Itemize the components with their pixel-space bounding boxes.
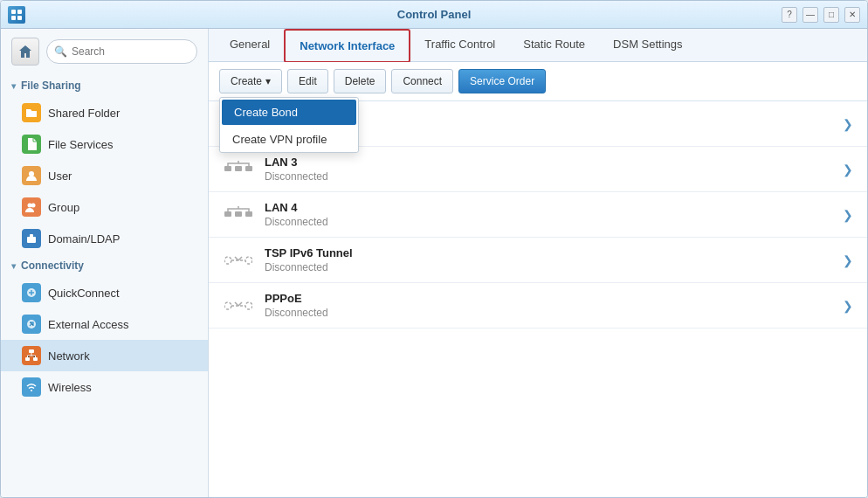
window-title: Control Panel <box>397 8 472 21</box>
svg-point-26 <box>224 302 231 309</box>
svg-point-24 <box>224 257 231 264</box>
svg-rect-18 <box>224 166 231 171</box>
search-input[interactable] <box>46 39 197 64</box>
svg-point-6 <box>31 204 36 208</box>
network-item-pppoe[interactable]: PPPoE Disconnected ❯ <box>209 283 867 329</box>
sidebar-header: 🔍 <box>1 29 208 74</box>
quickconnect-icon <box>22 283 41 302</box>
sidebar-item-quickconnect[interactable]: QuickConnect <box>1 277 208 308</box>
search-wrapper: 🔍 <box>46 39 197 64</box>
pppoe-status: Disconnected <box>265 307 843 319</box>
tab-traffic-control[interactable]: Traffic Control <box>410 29 509 61</box>
network-list: LAN 2 Connected ❯ <box>209 101 867 497</box>
sidebar-section-connectivity[interactable]: ▾ Connectivity <box>1 254 208 277</box>
main-window: Control Panel ? — □ ✕ 🔍 <box>0 0 868 498</box>
network-icon <box>22 346 41 365</box>
edit-button[interactable]: Edit <box>287 69 328 93</box>
file-services-icon <box>22 135 41 154</box>
sidebar-item-user[interactable]: User <box>1 160 208 191</box>
svg-rect-22 <box>235 211 242 217</box>
lan4-icon <box>223 199 254 231</box>
sidebar-item-network[interactable]: Network <box>1 340 208 371</box>
lan3-expand-icon[interactable]: ❯ <box>843 163 853 176</box>
svg-rect-23 <box>245 211 252 217</box>
lan3-name: LAN 3 <box>265 156 843 169</box>
create-vpn-item[interactable]: Create VPN profile <box>220 127 358 152</box>
pppoe-name: PPPoE <box>265 292 843 305</box>
chevron-down-icon-2: ▾ <box>11 261 16 271</box>
svg-point-14 <box>31 390 32 391</box>
lan3-status: Disconnected <box>265 170 843 183</box>
tab-general[interactable]: General <box>216 29 284 61</box>
sidebar-item-group[interactable]: Group <box>1 191 208 223</box>
create-bond-item[interactable]: Create Bond <box>222 100 356 125</box>
network-item-lan4[interactable]: LAN 4 Disconnected ❯ <box>209 192 867 238</box>
help-button[interactable]: ? <box>782 7 797 23</box>
sidebar-section-file-sharing[interactable]: ▾ File Sharing <box>1 74 208 97</box>
network-item-lan3[interactable]: LAN 3 Disconnected ❯ <box>209 147 867 192</box>
pppoe-icon <box>223 290 254 322</box>
tsp-ipv6-status: Disconnected <box>265 261 843 273</box>
titlebar: Control Panel ? — □ ✕ <box>1 1 867 29</box>
network-item-tsp-ipv6[interactable]: TSP IPv6 Tunnel Disconnected ❯ <box>209 238 867 283</box>
wireless-icon <box>22 377 41 397</box>
external-access-icon <box>22 315 41 334</box>
lan3-icon <box>223 154 254 185</box>
right-panel: General Network Interface Traffic Contro… <box>209 29 867 497</box>
group-icon <box>22 197 41 217</box>
pppoe-info: PPPoE Disconnected <box>265 292 843 319</box>
svg-rect-12 <box>25 357 30 361</box>
sidebar-item-domain-ldap[interactable]: Domain/LDAP <box>1 223 208 254</box>
tsp-ipv6-info: TSP IPv6 Tunnel Disconnected <box>265 246 843 273</box>
sidebar-item-shared-folder[interactable]: Shared Folder <box>1 97 208 128</box>
user-icon <box>22 166 41 185</box>
sidebar-item-external-access[interactable]: External Access <box>1 308 208 340</box>
create-dropdown-menu: Create Bond Create VPN profile <box>219 97 359 153</box>
toolbar: Create ▾ Create Bond Create VPN profile … <box>209 62 867 101</box>
svg-rect-19 <box>235 166 242 171</box>
lan4-status: Disconnected <box>265 216 843 228</box>
svg-rect-3 <box>17 16 22 20</box>
tab-network-interface[interactable]: Network Interface <box>284 29 410 63</box>
sidebar-item-wireless[interactable]: Wireless <box>1 371 208 403</box>
sidebar: 🔍 ▾ File Sharing Shared Folder File S <box>1 29 209 497</box>
tsp-ipv6-icon <box>223 245 254 276</box>
close-button[interactable]: ✕ <box>844 7 860 23</box>
maximize-button[interactable]: □ <box>823 7 839 23</box>
tab-dsm-settings[interactable]: DSM Settings <box>599 29 696 61</box>
create-dropdown-wrapper: Create ▾ Create Bond Create VPN profile <box>219 69 282 93</box>
svg-point-25 <box>245 257 252 264</box>
sidebar-item-file-services[interactable]: File Services <box>1 128 208 160</box>
domain-icon <box>22 229 41 248</box>
service-order-button[interactable]: Service Order <box>458 69 546 93</box>
lan4-expand-icon[interactable]: ❯ <box>843 208 853 222</box>
svg-rect-11 <box>29 349 34 353</box>
delete-button[interactable]: Delete <box>334 69 387 93</box>
svg-rect-21 <box>224 211 231 217</box>
svg-rect-0 <box>11 10 16 14</box>
svg-rect-7 <box>27 237 36 243</box>
svg-point-27 <box>245 302 252 309</box>
svg-rect-8 <box>30 234 33 238</box>
minimize-button[interactable]: — <box>803 7 818 23</box>
main-content: 🔍 ▾ File Sharing Shared Folder File S <box>1 29 867 497</box>
chevron-down-icon: ▾ <box>11 81 16 91</box>
svg-rect-2 <box>11 16 16 20</box>
search-icon: 🔍 <box>54 45 67 58</box>
svg-rect-13 <box>33 357 38 361</box>
pppoe-expand-icon[interactable]: ❯ <box>843 299 853 313</box>
dropdown-arrow-icon: ▾ <box>265 75 271 87</box>
lan3-info: LAN 3 Disconnected <box>265 156 843 183</box>
tab-bar: General Network Interface Traffic Contro… <box>209 29 867 62</box>
home-button[interactable] <box>11 38 39 66</box>
lan2-expand-icon[interactable]: ❯ <box>843 117 853 131</box>
folder-icon <box>22 103 41 122</box>
lan4-info: LAN 4 Disconnected <box>265 201 843 228</box>
svg-rect-20 <box>245 166 252 171</box>
tsp-ipv6-expand-icon[interactable]: ❯ <box>843 253 853 267</box>
app-icon <box>8 6 25 24</box>
create-button[interactable]: Create ▾ <box>219 69 282 93</box>
lan4-name: LAN 4 <box>265 201 843 214</box>
connect-button[interactable]: Connect <box>391 69 453 93</box>
tab-static-route[interactable]: Static Route <box>509 29 599 61</box>
